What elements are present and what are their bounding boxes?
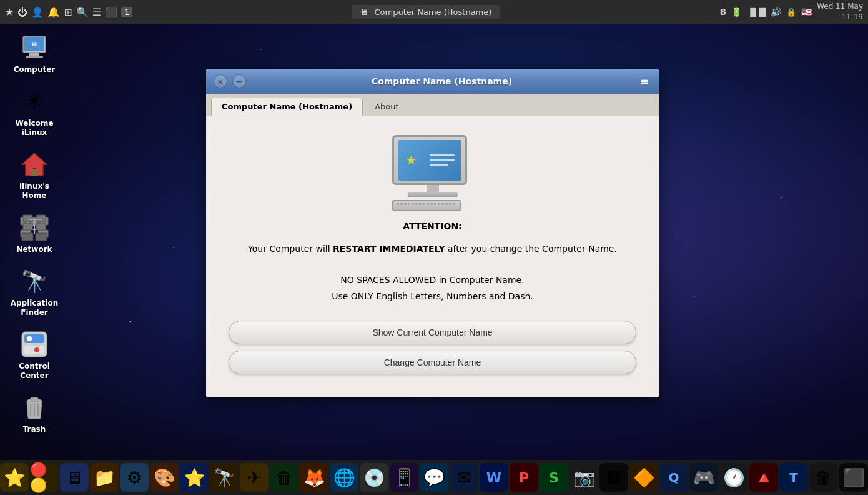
taskbar-top-left: ★ ⏻ 👤 🔔 ⊞ 🔍 ☰ ⬛ 1 xyxy=(5,6,132,18)
dock-disk[interactable]: 💿 xyxy=(360,463,388,492)
flag-icon[interactable]: 🇺🇸 xyxy=(801,7,812,17)
computer-label: Computer xyxy=(14,65,55,75)
desktop-icon-welcome[interactable]: ☀️ Welcome iLinux xyxy=(6,84,62,141)
svg-point-29 xyxy=(34,348,39,352)
dock-wps-spreadsheet[interactable]: S xyxy=(540,463,568,492)
dialog-titlebar: × − Computer Name (Hostname) ≡ xyxy=(206,69,659,94)
appfinder-label: Application Finder xyxy=(11,299,59,318)
dock-qbittorrent[interactable]: Q xyxy=(659,463,688,492)
dock-filemanager[interactable]: 📁 xyxy=(90,463,119,492)
appfinder-icon: 🔭 xyxy=(19,266,49,296)
dock-firefox[interactable]: 🦊 xyxy=(300,463,328,492)
star-icon[interactable]: ★ xyxy=(5,6,14,18)
monitor-lines xyxy=(430,154,455,166)
desktop-icon-controlcenter[interactable]: Control Center xyxy=(6,327,62,384)
dialog-titlebar-controls: × − xyxy=(214,74,246,88)
svg-rect-16 xyxy=(23,223,32,230)
dock-trash-taskbar[interactable]: 🗑 xyxy=(809,463,838,492)
warning-text: Your Computer will RESTART IMMEDIATELY a… xyxy=(248,241,617,304)
desktop-icon-computer[interactable]: 🖥 Computer xyxy=(6,30,62,78)
dock-trash-green[interactable]: 🗑 xyxy=(270,463,298,492)
desktop: ★ ⏻ 👤 🔔 ⊞ 🔍 ☰ ⬛ 1 🖥 Computer Name (Hostn… xyxy=(0,0,868,495)
home-label: ilinux's Home xyxy=(9,182,60,201)
datetime-display: Wed 11 May 11:19 xyxy=(817,1,863,22)
volume-icon[interactable]: 🔊 xyxy=(771,7,781,17)
desktop-icons: 🖥 Computer ☀️ Welcome iLinux ilinux's Ho… xyxy=(6,30,62,438)
svg-rect-24 xyxy=(36,233,47,241)
controlcenter-icon xyxy=(19,329,49,359)
menu-icon[interactable]: ☰ xyxy=(92,6,101,18)
star-icon: ★ xyxy=(406,152,417,168)
dock-wps-writer[interactable]: W xyxy=(480,463,508,492)
user-icon[interactable]: 👤 xyxy=(31,6,44,18)
dock-terminal[interactable]: ⬛ xyxy=(839,463,868,492)
svg-rect-17 xyxy=(36,215,46,222)
monitor-icon: ★ xyxy=(392,135,467,185)
dock-timeshift[interactable]: 🕐 xyxy=(719,463,748,492)
grid-icon[interactable]: ⊞ xyxy=(64,6,72,18)
network-icon xyxy=(19,212,49,242)
desktop-icon-network[interactable]: Network xyxy=(6,210,62,258)
monitor-base xyxy=(408,192,458,198)
dock-binoculars[interactable]: 🔭 xyxy=(210,463,239,492)
attention-label: ATTENTION: xyxy=(403,221,461,231)
dock-steam[interactable]: 🎮 xyxy=(689,463,718,492)
svg-rect-18 xyxy=(36,223,46,230)
svg-rect-3 xyxy=(26,56,43,58)
dock-star2[interactable]: ⭐ xyxy=(180,463,209,492)
svg-rect-34 xyxy=(31,398,38,401)
notifications-icon[interactable]: 🔔 xyxy=(47,6,60,18)
dock-palette[interactable]: 🎨 xyxy=(150,463,179,492)
warning-line3: Use ONLY English Letters, Numbers and Da… xyxy=(248,289,617,304)
dock-mail-plane[interactable]: ✈ xyxy=(240,463,269,492)
battery-icon[interactable]: 🔋 xyxy=(731,7,742,17)
dock-teamviewer[interactable]: T xyxy=(779,463,808,492)
show-current-name-button[interactable]: Show Current Computer Name xyxy=(229,321,636,344)
dock-skype[interactable]: 💬 xyxy=(420,463,448,492)
svg-rect-23 xyxy=(22,233,33,241)
window-title-text: Computer Name (Hostname) xyxy=(374,8,491,17)
dock-chrome[interactable]: 🌐 xyxy=(330,463,358,492)
dialog-menu-button[interactable]: ≡ xyxy=(638,74,651,88)
tab-hostname[interactable]: Computer Name (Hostname) xyxy=(211,98,363,116)
welcome-icon: ☀️ xyxy=(19,86,49,116)
dock-screenshot[interactable]: 📷 xyxy=(570,463,598,492)
lock-icon[interactable]: 🔒 xyxy=(786,8,796,17)
dialog-title: Computer Name (Hostname) xyxy=(246,76,638,86)
close-button[interactable]: × xyxy=(214,74,227,88)
home-icon xyxy=(19,149,49,179)
svg-rect-6 xyxy=(31,169,38,176)
welcome-label: Welcome iLinux xyxy=(15,119,53,138)
dock-viber[interactable]: 📱 xyxy=(390,463,418,492)
dock-vlc[interactable]: 🔶 xyxy=(629,463,658,492)
window-icon[interactable]: ⬛ xyxy=(105,6,117,18)
network-label: Network xyxy=(16,245,52,255)
warning-line2: NO SPACES ALLOWED in Computer Name. xyxy=(248,272,617,288)
trash-label: Trash xyxy=(23,425,46,435)
window-icon-small: 🖥 xyxy=(360,7,369,17)
desktop-icon-appfinder[interactable]: 🔭 Application Finder xyxy=(6,264,62,321)
power-icon[interactable]: ⏻ xyxy=(17,6,27,18)
dock-settings[interactable]: ⚙ xyxy=(120,463,149,492)
tab-about[interactable]: About xyxy=(364,98,409,116)
monitor-stand xyxy=(427,185,439,192)
desktop-icon-home[interactable]: ilinux's Home xyxy=(6,147,62,204)
svg-point-27 xyxy=(27,336,32,341)
dock-monitor[interactable]: 🖥 xyxy=(60,463,89,492)
dock-bubbles[interactable]: 🔴🟡 xyxy=(30,463,59,492)
dock-star[interactable]: ⭐ xyxy=(0,463,29,492)
bluetooth-icon[interactable]: B xyxy=(719,7,726,17)
dock-anoise[interactable]: 🅰 xyxy=(599,463,628,492)
dock-anydesk[interactable]: 🔺 xyxy=(749,463,778,492)
network-signal-icon[interactable]: ▐▌█ xyxy=(747,8,766,17)
controlcenter-label: Control Center xyxy=(9,362,60,381)
search-icon[interactable]: 🔍 xyxy=(76,6,89,18)
minimize-button[interactable]: − xyxy=(232,74,246,88)
desktop-icon-trash[interactable]: Trash xyxy=(6,390,62,438)
active-window-title[interactable]: 🖥 Computer Name (Hostname) xyxy=(352,5,500,19)
dock-thunderbird[interactable]: ✉ xyxy=(450,463,478,492)
workspace-indicator[interactable]: 1 xyxy=(121,7,132,18)
change-name-button[interactable]: Change Computer Name xyxy=(229,351,636,374)
dialog-tabs: Computer Name (Hostname) About xyxy=(206,94,659,116)
dock-wps-presentation[interactable]: P xyxy=(510,463,538,492)
